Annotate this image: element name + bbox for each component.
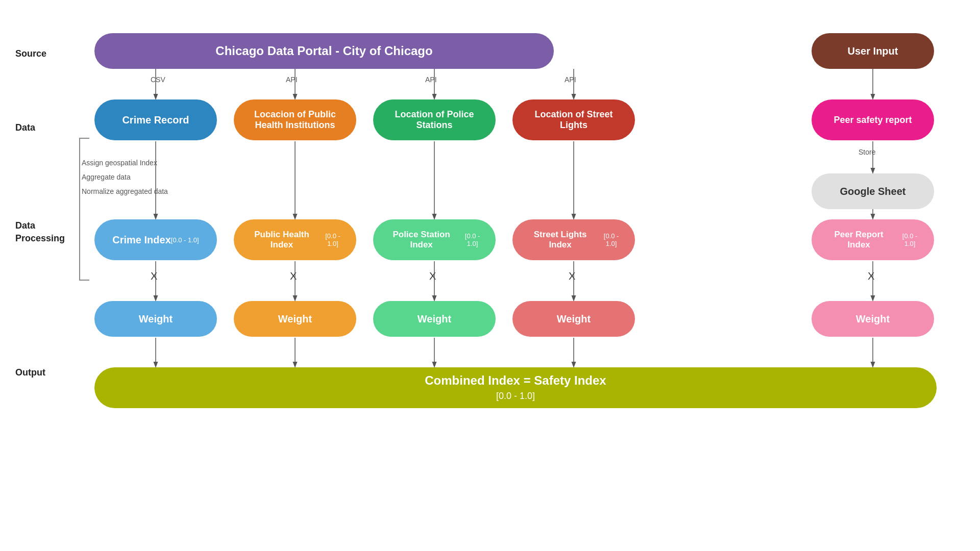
store-annotation: Store (859, 148, 875, 156)
weight-2-node: Weight (234, 301, 356, 337)
crime-record-node: Crime Record (94, 99, 217, 140)
api3-annotation: API (565, 76, 576, 84)
public-health-label: Locacion of Public Health Institutions (244, 109, 346, 131)
weight-5-label: Weight (856, 313, 890, 325)
google-sheet-node: Google Sheet (812, 173, 934, 209)
street-lights-index-range: [0.0 - 1.0] (598, 232, 625, 247)
google-sheet-label: Google Sheet (840, 186, 906, 197)
api1-annotation: API (286, 76, 298, 84)
label-output: Output (15, 367, 45, 378)
street-lights-index-node: Street Lights Index [0.0 - 1.0] (512, 219, 635, 260)
crime-record-label: Crime Record (122, 114, 189, 126)
weight-3-label: Weight (418, 313, 451, 325)
peer-report-index-range: [0.0 - 1.0] (896, 232, 924, 247)
crime-index-label: Crime Index (112, 234, 170, 246)
processing-steps: Assign geospatial Index Aggregate data N… (82, 156, 168, 198)
weight-4-label: Weight (557, 313, 591, 325)
step3: Normalize aggregated data (82, 184, 168, 198)
peer-safety-node: Peer safety report (812, 99, 934, 140)
crime-index-node: Crime Index [0.0 - 1.0] (94, 219, 217, 260)
api2-annotation: API (425, 76, 437, 84)
crime-index-range: [0.0 - 1.0] (171, 236, 199, 244)
output-line1: Combined Index = Safety Index (425, 373, 606, 387)
label-source: Source (15, 48, 46, 59)
x-label-2: X (290, 270, 297, 282)
output-line2: [0.0 - 1.0] (496, 391, 535, 401)
user-input-label: User Input (848, 45, 898, 57)
public-health-node: Locacion of Public Health Institutions (234, 99, 356, 140)
step1: Assign geospatial Index (82, 156, 168, 170)
output-text: Combined Index = Safety Index [0.0 - 1.0… (425, 373, 606, 402)
public-health-index-node: Public Health Index [0.0 - 1.0] (234, 219, 356, 260)
police-index-range: [0.0 - 1.0] (459, 232, 485, 247)
weight-4-node: Weight (512, 301, 635, 337)
public-health-index-range: [0.0 - 1.0] (320, 232, 346, 247)
diagram-container: Source Data DataProcessing Output Chicag… (0, 0, 980, 551)
chicago-label: Chicago Data Portal - City of Chicago (215, 44, 432, 58)
label-data: Data (15, 122, 35, 133)
label-processing: DataProcessing (15, 219, 65, 245)
street-lights-label: Location of Street Lights (523, 109, 625, 131)
peer-report-index-label: Peer Report Index (822, 230, 896, 250)
weight-3-node: Weight (373, 301, 496, 337)
public-health-index-label: Public Health Index (244, 230, 320, 250)
arrows-svg (0, 0, 980, 551)
step2: Aggregate data (82, 170, 168, 184)
police-stations-node: Location of Police Stations (373, 99, 496, 140)
peer-safety-label: Peer safety report (834, 115, 912, 126)
weight-1-label: Weight (139, 313, 173, 325)
csv-annotation: CSV (151, 76, 165, 84)
weight-1-node: Weight (94, 301, 217, 337)
weight-5-node: Weight (812, 301, 934, 337)
weight-2-label: Weight (278, 313, 312, 325)
x-label-4: X (569, 270, 575, 282)
x-label-3: X (429, 270, 436, 282)
x-label-1: X (151, 270, 157, 282)
police-stations-label: Location of Police Stations (383, 109, 485, 131)
output-node: Combined Index = Safety Index [0.0 - 1.0… (94, 367, 937, 408)
x-label-5: X (868, 270, 874, 282)
street-lights-index-label: Street Lights Index (523, 230, 598, 250)
police-index-label: Police Station Index (383, 230, 459, 250)
peer-report-index-node: Peer Report Index [0.0 - 1.0] (812, 219, 934, 260)
police-index-node: Police Station Index [0.0 - 1.0] (373, 219, 496, 260)
user-input-node: User Input (812, 33, 934, 69)
street-lights-node: Location of Street Lights (512, 99, 635, 140)
chicago-data-portal-node: Chicago Data Portal - City of Chicago (94, 33, 554, 69)
